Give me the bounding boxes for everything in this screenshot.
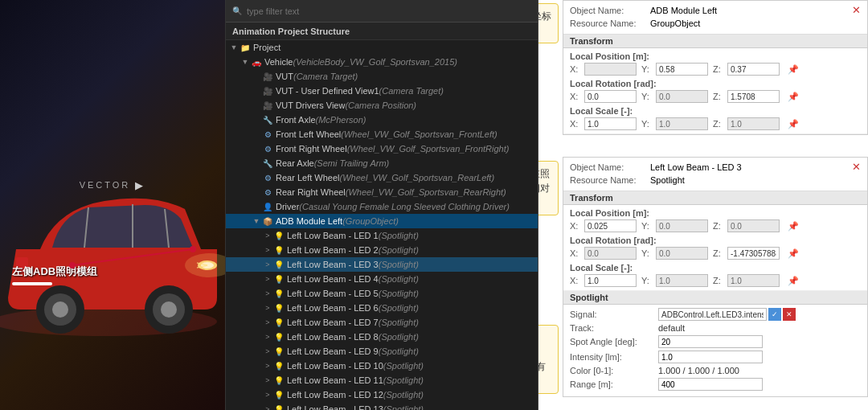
bottom-scale-pin-icon[interactable]: 📌 [788,276,799,286]
tree-item[interactable]: ⚙Front Right Wheel (Wheel_VW_Golf_Sports… [226,141,538,156]
top-scale-z-input[interactable] [727,117,780,130]
bottom-pos-z-input[interactable] [727,219,780,232]
tree-item[interactable]: >💡Left Low Beam - LED 2 (Spotlight) [226,243,538,257]
top-pos-pin-icon[interactable]: 📌 [788,64,799,75]
top-scale-pin-icon[interactable]: 📌 [788,119,799,129]
tree-item[interactable]: 👤Driver (Casual Young Female Long Sleeve… [226,199,538,214]
tree-item[interactable]: ▼📁Project [226,40,538,55]
expand-icon[interactable]: > [263,333,272,341]
top-close-button[interactable]: ✕ [852,4,861,16]
expand-icon[interactable]: > [263,318,272,326]
top-pos-z-input[interactable] [727,63,780,76]
search-input[interactable] [247,6,531,16]
bottom-rot-pin-icon[interactable]: 📌 [788,248,799,259]
bottom-pos-pin-icon[interactable]: 📌 [788,221,799,232]
expand-icon[interactable]: ▼ [240,58,250,66]
expand-icon[interactable]: > [263,405,272,410]
tree-body[interactable]: ▼📁Project ▼🚗Vehicle (VehicleBody_VW_Golf… [226,40,538,410]
track-label: Track: [570,323,658,333]
top-rot-pin-icon[interactable]: 📌 [788,92,799,102]
expand-icon[interactable]: > [263,304,272,312]
top-scale-x-input[interactable] [584,117,637,130]
tree-item[interactable]: >💡Left Low Beam - LED 6 (Spotlight) [226,301,538,315]
top-scale-y-input[interactable] [656,117,708,130]
search-bar[interactable]: 🔍 [226,0,538,23]
tree-item[interactable]: 🎥VUT (Camera Target) [226,69,538,84]
top-rot-x-input[interactable] [584,90,637,103]
svg-point-12 [161,301,177,318]
expand-icon[interactable]: ▼ [229,43,239,51]
tree-item-label: Rear Right Wheel [276,187,346,197]
top-pos-x-input[interactable] [584,63,637,76]
tree-item[interactable]: >💡Left Low Beam - LED 7 (Spotlight) [226,315,538,330]
bottom-rot-z-input[interactable] [727,247,780,260]
top-rot-z-input[interactable] [727,90,780,103]
tree-item[interactable]: >💡Left Low Beam - LED 8 (Spotlight) [226,330,538,344]
tree-item-label: Vehicle [264,57,293,67]
color-row: Color [0-1]: 1.000 / 1.000 / 1.000 [570,366,861,375]
signal-check-button[interactable]: ✓ [768,308,781,321]
bottom-rot-x-input[interactable] [584,247,637,260]
tree-item[interactable]: >💡Left Low Beam - LED 12 (Spotlight) [226,387,538,402]
tree-item-label: Left Low Beam - LED 12 [287,390,383,400]
bottom-scale-y-field: Y: [641,274,708,287]
tree-item[interactable]: 🔧Front Axle (McPherson) [226,113,538,127]
intensity-input[interactable] [658,351,763,363]
tree-item[interactable]: >💡Left Low Beam - LED 4 (Spotlight) [226,272,538,286]
tree-item[interactable]: >💡Left Low Beam - LED 9 (Spotlight) [226,344,538,359]
tree-item[interactable]: >💡Left Low Beam - LED 11 (Spotlight) [226,373,538,387]
tree-item[interactable]: 🔧Rear Axle (Semi Trailing Arm) [226,156,538,170]
adb-underline [12,282,52,285]
expand-icon[interactable]: > [263,246,272,254]
top-rot-y-field: Y: [641,90,708,103]
bottom-pos-x-input[interactable] [584,219,637,232]
bottom-scale-label: Local Scale [-]: [570,263,861,273]
expand-icon[interactable]: > [263,260,272,269]
folder-icon: 📁 [239,42,252,53]
top-rot-x-label: X: [570,92,583,101]
expand-icon[interactable]: > [263,275,272,283]
top-props-panel: Object Name: ADB Module Left ✕ Resource … [563,0,868,135]
tree-item[interactable]: ⚙Rear Right Wheel (Wheel_VW_Golf_Sportsv… [226,185,538,199]
tree-item[interactable]: 🎥VUT - User Defined View1 (Camera Target… [226,84,538,98]
tree-item[interactable]: >💡Left Low Beam - LED 10 (Spotlight) [226,359,538,373]
tree-item[interactable]: ▼🚗Vehicle (VehicleBody_VW_Golf_Sportsvan… [226,55,538,69]
top-rot-z-label: Z: [713,92,726,101]
light-icon: 💡 [272,244,285,256]
spot-angle-input[interactable] [658,335,763,348]
bottom-pos-label: Local Position [m]: [570,208,861,218]
expand-icon[interactable]: > [263,347,272,355]
bottom-scale-x-input[interactable] [584,274,637,287]
tree-item[interactable]: >💡Left Low Beam - LED 3 (Spotlight) [226,257,538,272]
expand-icon[interactable]: ▼ [252,217,261,225]
tree-item-italic: (Spotlight) [379,289,419,298]
expand-icon[interactable]: > [263,289,272,297]
tree-item-label: Rear Left Wheel [276,173,339,182]
signal-delete-button[interactable]: ✕ [783,308,796,321]
expand-icon[interactable]: > [263,391,272,399]
tree-item[interactable]: ⚙Rear Left Wheel (Wheel_VW_Golf_Sportsva… [226,170,538,185]
tree-item-label: Left Low Beam - LED 2 [287,245,379,255]
signal-input[interactable] [658,308,767,321]
bottom-close-button[interactable]: ✕ [852,161,861,173]
expand-icon[interactable]: > [263,376,272,384]
tree-item[interactable]: >💡Left Low Beam - LED 13 (Spotlight) [226,402,538,410]
bottom-rot-y-input[interactable] [656,247,708,260]
tree-item-italic: (Semi Trailing Arm) [314,158,390,168]
expand-icon[interactable]: > [263,362,272,370]
top-rot-y-input[interactable] [656,90,708,103]
tree-item-label: Left Low Beam - LED 11 [287,375,383,385]
intensity-label: Intensity [lm]: [570,352,658,362]
tree-item[interactable]: 🎥VUT Drivers View (Camera Position) [226,98,538,113]
tree-item[interactable]: >💡Left Low Beam - LED 5 (Spotlight) [226,286,538,301]
tree-item[interactable]: ▼📦ADB Module Left (GroupObject) [226,214,538,228]
bottom-scale-z-input[interactable] [727,274,780,287]
bottom-scale-y-input[interactable] [656,274,708,287]
range-input[interactable] [658,378,763,391]
bottom-pos-y-input[interactable] [656,219,708,232]
tree-item[interactable]: ⚙Front Left Wheel (Wheel_VW_Golf_Sportsv… [226,127,538,141]
bottom-scale-x-label: X: [570,276,583,285]
tree-item[interactable]: >💡Left Low Beam - LED 1 (Spotlight) [226,228,538,243]
expand-icon[interactable]: > [263,232,272,240]
top-pos-y-input[interactable] [656,63,708,76]
